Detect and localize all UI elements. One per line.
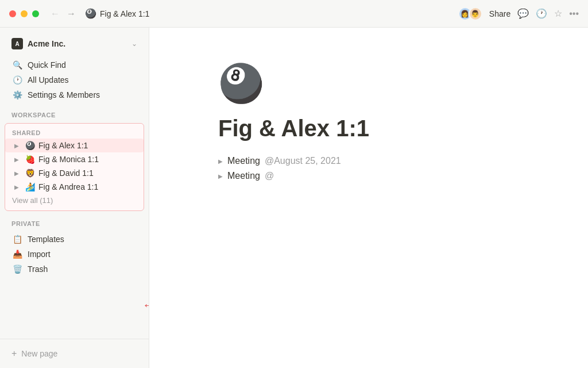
settings-icon: ⚙️ (11, 90, 23, 99)
workspace-section: A Acme Inc. ⌄ (0, 28, 149, 55)
content-area: 🎱 Fig & Alex 1:1 ▶ Meeting @August 25, 2… (149, 28, 588, 368)
chat-icon[interactable]: 💬 (517, 8, 529, 19)
meeting-item-2[interactable]: ▶ Meeting @ (218, 171, 519, 181)
fig-monica-label: Fig & Monica 1:1 (38, 155, 137, 164)
sidebar-item-fig-david[interactable]: ▶ 🦁 Fig & David 1:1 (5, 166, 144, 180)
templates-label: Templates (28, 235, 64, 244)
sidebar-nav: 🔍 Quick Find 🕐 All Updates ⚙️ Settings &… (0, 55, 149, 105)
titlebar-actions: 👩 👨 Share 💬 🕐 ☆ ••• (458, 7, 579, 21)
fig-monica-icon: 🍓 (25, 155, 35, 164)
back-button[interactable]: ← (48, 7, 62, 21)
traffic-lights (9, 10, 39, 17)
meeting-label-2: Meeting (227, 171, 260, 181)
nav-arrows: ← → (48, 7, 78, 21)
maximize-button[interactable] (32, 10, 39, 17)
expand-icon-andrea: ▶ (12, 184, 21, 190)
sidebar-item-settings[interactable]: ⚙️ Settings & Members (7, 87, 142, 102)
sidebar-label-all-updates: All Updates (28, 75, 69, 85)
fig-alex-icon: 🎱 (25, 141, 35, 150)
workspace-chevron-icon: ⌄ (131, 40, 137, 48)
sidebar-item-quick-find[interactable]: 🔍 Quick Find (7, 57, 142, 72)
fig-alex-label: Fig & Alex 1:1 (38, 141, 137, 150)
search-icon: 🔍 (11, 60, 23, 70)
workspace-section-label: WORKSPACE (0, 105, 149, 121)
avatar-group: 👩 👨 (458, 7, 482, 21)
sidebar-label-quick-find: Quick Find (28, 60, 66, 70)
star-icon[interactable]: ☆ (554, 8, 562, 19)
arrow-indicator: ← (142, 298, 149, 313)
page-title: Fig & Alex 1:1 (218, 114, 519, 142)
sidebar-item-templates[interactable]: 📋 Templates (7, 232, 142, 247)
shared-section: SHARED ▶ 🎱 Fig & Alex 1:1 ▶ 🍓 Fig & Moni… (5, 123, 144, 211)
sidebar-label-settings: Settings & Members (28, 90, 100, 99)
sidebar-item-all-updates[interactable]: 🕐 All Updates (7, 72, 142, 87)
private-section: 📋 Templates 📥 Import 🗑️ Trash (0, 229, 149, 279)
plus-icon: + (11, 348, 17, 359)
trash-icon: 🗑️ (11, 264, 23, 274)
meeting-date-1: @August 25, 2021 (265, 156, 341, 166)
view-all-link[interactable]: View all (11) (5, 194, 144, 208)
expand-icon-david: ▶ (12, 170, 21, 177)
history-icon[interactable]: 🕐 (536, 8, 547, 19)
minimize-button[interactable] (21, 10, 28, 17)
sidebar-item-fig-monica[interactable]: ▶ 🍓 Fig & Monica 1:1 (5, 152, 144, 166)
toggle-icon-2[interactable]: ▶ (218, 173, 223, 179)
sidebar-item-fig-alex[interactable]: ▶ 🎱 Fig & Alex 1:1 (5, 139, 144, 152)
close-button[interactable] (9, 10, 16, 17)
clock-icon: 🕐 (11, 75, 23, 85)
templates-icon: 📋 (11, 235, 23, 244)
workspace-logo: A (11, 38, 23, 49)
fig-david-icon: 🦁 (25, 168, 35, 178)
expand-icon-monica: ▶ (12, 156, 21, 163)
main-layout: A Acme Inc. ⌄ 🔍 Quick Find 🕐 All Updates… (0, 28, 588, 368)
shared-section-label: SHARED (5, 126, 144, 139)
new-page-label: New page (21, 349, 57, 358)
titlebar: ← → 🎱 Fig & Alex 1:1 👩 👨 Share 💬 🕐 ☆ ••• (0, 0, 588, 28)
fig-david-label: Fig & David 1:1 (38, 168, 137, 178)
meeting-date-2: @ (265, 171, 274, 181)
meeting-item-1[interactable]: ▶ Meeting @August 25, 2021 (218, 156, 519, 166)
toggle-icon-1[interactable]: ▶ (218, 158, 223, 164)
sidebar-footer: + New page (0, 339, 149, 368)
fig-andrea-label: Fig & Andrea 1:1 (38, 182, 137, 191)
import-label: Import (28, 250, 51, 259)
forward-button[interactable]: → (64, 7, 78, 21)
page-emoji: 🎱 (218, 62, 519, 105)
sidebar-item-trash[interactable]: 🗑️ Trash (7, 262, 142, 277)
avatar-alex: 👨 (469, 7, 482, 21)
sidebar: A Acme Inc. ⌄ 🔍 Quick Find 🕐 All Updates… (0, 28, 149, 368)
workspace-header[interactable]: A Acme Inc. ⌄ (7, 34, 142, 53)
import-icon: 📥 (11, 250, 23, 259)
fig-andrea-icon: 🏄 (25, 182, 35, 191)
private-section-label: PRIVATE (0, 213, 149, 229)
more-icon[interactable]: ••• (569, 9, 579, 19)
sidebar-item-import[interactable]: 📥 Import (7, 247, 142, 262)
workspace-name: Acme Inc. (28, 39, 127, 48)
page-icon-small: 🎱 (85, 8, 96, 19)
sidebar-item-fig-andrea[interactable]: ▶ 🏄 Fig & Andrea 1:1 (5, 180, 144, 194)
page-title-bar: Fig & Alex 1:1 (100, 9, 458, 18)
share-button[interactable]: Share (489, 9, 510, 18)
expand-icon: ▶ (12, 143, 21, 149)
meeting-label-1: Meeting (227, 156, 260, 166)
trash-label: Trash (28, 264, 48, 274)
new-page-button[interactable]: + New page (7, 344, 142, 363)
